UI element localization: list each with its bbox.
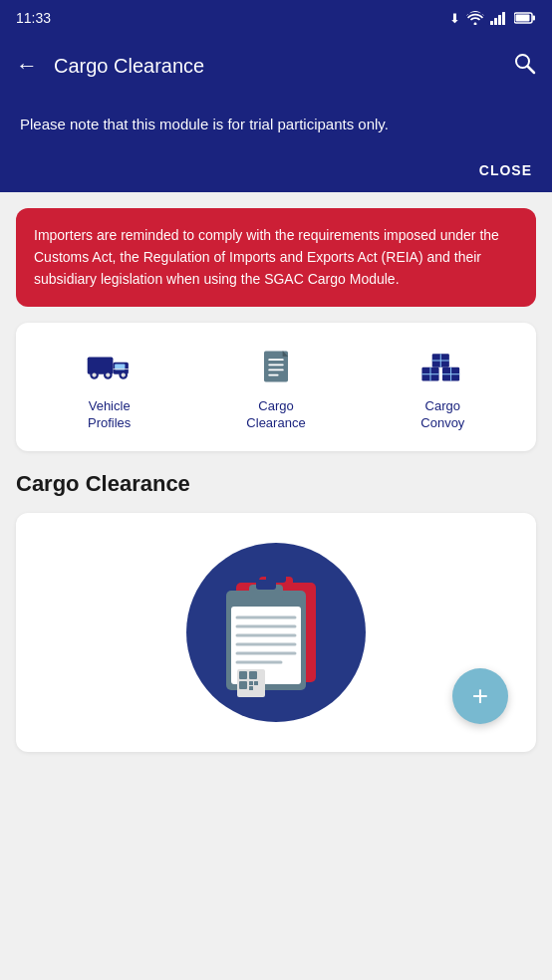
cargo-clearance-label: CargoClearance — [246, 398, 305, 432]
back-button[interactable]: ← — [16, 53, 38, 79]
warning-card: Importers are reminded to comply with th… — [16, 208, 536, 307]
svg-rect-49 — [239, 681, 247, 689]
cargo-convoy-label: CargoConvoy — [420, 398, 464, 432]
section-title: Cargo Clearance — [16, 471, 536, 497]
svg-point-13 — [92, 372, 96, 376]
svg-rect-52 — [249, 686, 253, 690]
module-grid: VehicleProfiles CargoClearance — [16, 323, 536, 452]
document-icon — [248, 343, 304, 390]
circle-background — [186, 543, 366, 722]
svg-rect-51 — [254, 681, 258, 685]
battery-icon — [514, 12, 536, 24]
status-icons: ⬇ — [449, 11, 536, 26]
svg-point-15 — [106, 372, 110, 376]
warning-text: Importers are reminded to comply with th… — [34, 224, 518, 291]
signal-icon — [490, 11, 508, 25]
vehicle-profiles-label: VehicleProfiles — [88, 398, 131, 432]
status-bar: 11:33 ⬇ — [0, 0, 552, 36]
wifi-icon — [466, 11, 484, 25]
cargo-clearance-card: + — [16, 513, 536, 752]
svg-rect-1 — [494, 18, 497, 25]
close-button[interactable]: CLOSE — [479, 162, 532, 178]
svg-rect-3 — [502, 12, 505, 25]
trial-banner: Please note that this module is for tria… — [0, 96, 552, 192]
boxes-icon — [414, 343, 470, 390]
svg-rect-48 — [249, 671, 257, 679]
download-icon: ⬇ — [449, 11, 460, 26]
page-title: Cargo Clearance — [54, 55, 496, 78]
truck-icon — [82, 343, 138, 390]
svg-point-17 — [121, 372, 125, 376]
svg-line-8 — [528, 67, 535, 74]
app-header: ← Cargo Clearance — [0, 36, 552, 96]
svg-rect-5 — [533, 16, 536, 21]
clipboard-illustration — [211, 563, 341, 702]
cargo-convoy-item[interactable]: CargoConvoy — [360, 343, 526, 432]
main-content: Importers are reminded to comply with th… — [0, 192, 552, 769]
svg-rect-2 — [498, 15, 501, 25]
vehicle-profiles-item[interactable]: VehicleProfiles — [26, 343, 192, 432]
svg-rect-47 — [239, 671, 247, 679]
svg-rect-6 — [516, 15, 530, 22]
illustration-area — [16, 513, 536, 752]
trial-banner-text: Please note that this module is for tria… — [20, 114, 532, 152]
svg-rect-50 — [249, 681, 253, 685]
svg-rect-0 — [490, 21, 493, 25]
search-button[interactable] — [512, 51, 536, 81]
cargo-clearance-item[interactable]: CargoClearance — [192, 343, 359, 432]
status-time: 11:33 — [16, 10, 51, 26]
svg-rect-38 — [256, 580, 276, 590]
